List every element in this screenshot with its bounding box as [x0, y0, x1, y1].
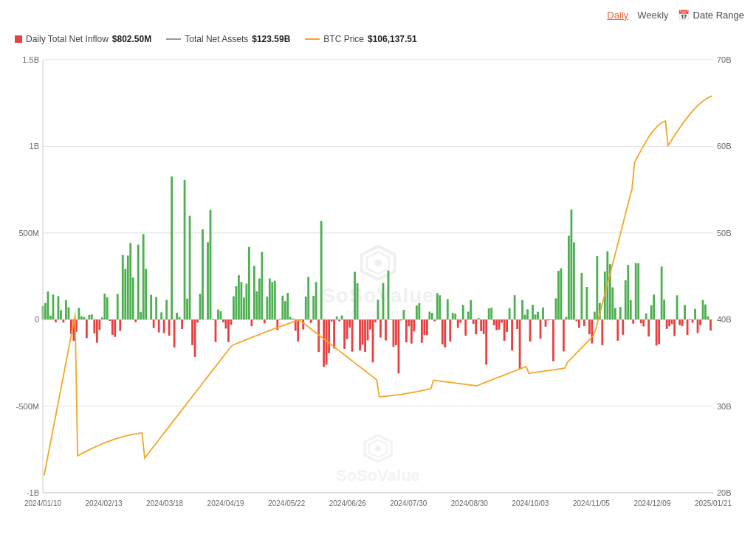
inflow-icon — [15, 35, 22, 43]
date-range-button[interactable]: 📅 Date Range — [678, 10, 744, 21]
chart-container: SoSoValue sosovalue.com SoSoValue — [0, 49, 756, 530]
legend-btc-price: BTC Price $106,137.51 — [305, 34, 416, 44]
net-assets-icon — [166, 38, 181, 40]
btc-price-icon — [305, 38, 320, 40]
calendar-icon: 📅 — [678, 10, 690, 21]
main-chart — [0, 49, 756, 530]
chart-legend: Daily Total Net Inflow $802.50M Total Ne… — [0, 30, 756, 49]
legend-net-assets: Total Net Assets $123.59B — [166, 34, 290, 44]
tab-weekly[interactable]: Weekly — [637, 10, 668, 21]
tab-daily[interactable]: Daily — [607, 10, 628, 21]
top-bar: Daily Weekly 📅 Date Range — [0, 0, 756, 30]
legend-net-inflow: Daily Total Net Inflow $802.50M — [15, 34, 151, 44]
